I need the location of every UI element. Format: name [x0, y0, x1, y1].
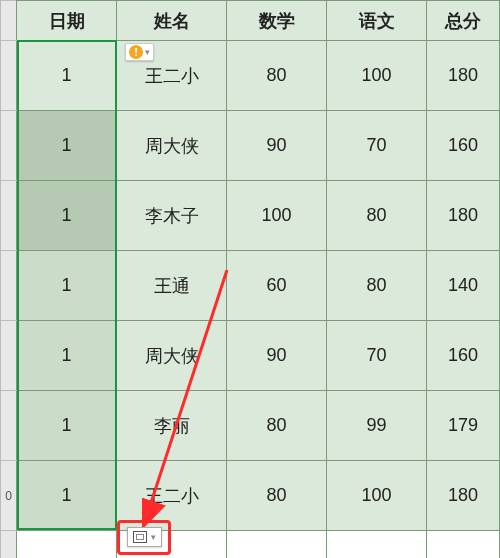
- empty-cell[interactable]: [327, 531, 427, 559]
- row-header[interactable]: [1, 391, 17, 461]
- table-row: 0 1 王二小 80 100 180: [1, 461, 500, 531]
- col-header-math[interactable]: 数学: [227, 1, 327, 41]
- cell-total[interactable]: 179: [427, 391, 500, 461]
- cell-chinese[interactable]: 70: [327, 111, 427, 181]
- row-header[interactable]: 0: [1, 461, 17, 531]
- fill-options-icon: [133, 531, 147, 543]
- cell-total[interactable]: 160: [427, 111, 500, 181]
- cell-date[interactable]: 1: [17, 391, 117, 461]
- cell-chinese[interactable]: 99: [327, 391, 427, 461]
- row-header[interactable]: [1, 181, 17, 251]
- row-header[interactable]: [1, 41, 17, 111]
- table-row: 1 周大侠 90 70 160: [1, 321, 500, 391]
- cell-math[interactable]: 90: [227, 321, 327, 391]
- warning-icon: !: [129, 45, 143, 59]
- cell-math[interactable]: 80: [227, 391, 327, 461]
- cell-chinese[interactable]: 100: [327, 41, 427, 111]
- error-smart-tag[interactable]: ! ▾: [125, 43, 154, 61]
- col-header-date[interactable]: 日期: [17, 1, 117, 41]
- cell-chinese[interactable]: 80: [327, 251, 427, 321]
- table-row: 1 周大侠 90 70 160: [1, 111, 500, 181]
- cell-math[interactable]: 90: [227, 111, 327, 181]
- cell-math[interactable]: 60: [227, 251, 327, 321]
- cell-date[interactable]: 1: [17, 251, 117, 321]
- col-header-name[interactable]: 姓名: [117, 1, 227, 41]
- empty-cell[interactable]: [427, 531, 500, 559]
- cell-math[interactable]: 100: [227, 181, 327, 251]
- empty-cell[interactable]: [227, 531, 327, 559]
- cell-chinese[interactable]: 100: [327, 461, 427, 531]
- cell-date[interactable]: 1: [17, 461, 117, 531]
- cell-name[interactable]: 李木子: [117, 181, 227, 251]
- cell-total[interactable]: 180: [427, 41, 500, 111]
- chevron-down-icon: ▾: [151, 532, 156, 542]
- chevron-down-icon: ▾: [145, 47, 150, 57]
- col-header-total[interactable]: 总分: [427, 1, 500, 41]
- cell-date[interactable]: 1: [17, 181, 117, 251]
- cell-name[interactable]: 李丽: [117, 391, 227, 461]
- row-header[interactable]: [1, 531, 17, 559]
- cell-date[interactable]: 1: [17, 111, 117, 181]
- corner-cell[interactable]: [1, 1, 17, 41]
- col-header-chinese[interactable]: 语文: [327, 1, 427, 41]
- cell-name[interactable]: 王二小: [117, 461, 227, 531]
- cell-name[interactable]: 周大侠: [117, 111, 227, 181]
- empty-cell[interactable]: [17, 531, 117, 559]
- cell-total[interactable]: 180: [427, 181, 500, 251]
- cell-total[interactable]: 180: [427, 461, 500, 531]
- data-table: 日期 姓名 数学 语文 总分 1 王二小 80 100 180 1 周大侠 90: [0, 0, 500, 558]
- cell-math[interactable]: 80: [227, 41, 327, 111]
- table-row: 1 王通 60 80 140: [1, 251, 500, 321]
- row-header[interactable]: [1, 321, 17, 391]
- cell-chinese[interactable]: 80: [327, 181, 427, 251]
- cell-chinese[interactable]: 70: [327, 321, 427, 391]
- cell-math[interactable]: 80: [227, 461, 327, 531]
- table-row: 1 李丽 80 99 179: [1, 391, 500, 461]
- spreadsheet-grid[interactable]: 日期 姓名 数学 语文 总分 1 王二小 80 100 180 1 周大侠 90: [0, 0, 500, 558]
- cell-date[interactable]: 1: [17, 41, 117, 111]
- cell-name[interactable]: 王通: [117, 251, 227, 321]
- cell-total[interactable]: 140: [427, 251, 500, 321]
- blank-row: [1, 531, 500, 559]
- cell-total[interactable]: 160: [427, 321, 500, 391]
- table-row: 1 李木子 100 80 180: [1, 181, 500, 251]
- table-row: 1 王二小 80 100 180: [1, 41, 500, 111]
- cell-date[interactable]: 1: [17, 321, 117, 391]
- header-row: 日期 姓名 数学 语文 总分: [1, 1, 500, 41]
- autofill-options-button[interactable]: ▾: [127, 527, 162, 547]
- cell-name[interactable]: 周大侠: [117, 321, 227, 391]
- row-header[interactable]: [1, 111, 17, 181]
- row-header[interactable]: [1, 251, 17, 321]
